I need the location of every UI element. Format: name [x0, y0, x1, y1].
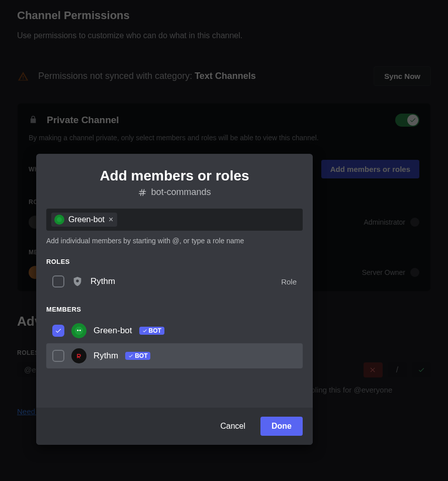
chip-remove-button[interactable]: × — [109, 215, 113, 224]
modal-members-label: MEMBERS — [46, 306, 303, 313]
shield-icon — [71, 275, 83, 287]
chip-avatar — [54, 215, 64, 225]
member-avatar — [71, 348, 86, 363]
bot-badge: BOT — [125, 352, 150, 360]
cancel-button[interactable]: Cancel — [212, 417, 253, 436]
done-button[interactable]: Done — [260, 417, 303, 436]
modal-roles-label: ROLES — [46, 258, 303, 265]
svg-point-2 — [75, 327, 83, 335]
svg-point-4 — [79, 330, 81, 331]
search-chip: Green-bot × — [51, 213, 117, 227]
member-checkbox[interactable] — [52, 350, 64, 362]
modal-overlay[interactable]: Add members or roles bot-commands Green-… — [0, 0, 448, 481]
search-hint: Add individual members by starting with … — [46, 237, 303, 245]
member-option-name: Rythm — [94, 351, 118, 361]
modal-title: Add members or roles — [46, 168, 303, 184]
role-checkbox[interactable] — [52, 275, 64, 287]
modal-footer: Cancel Done — [36, 408, 313, 445]
modal-channel: bot-commands — [46, 187, 303, 198]
chip-name: Green-bot — [68, 215, 105, 224]
bot-badge: BOT — [139, 327, 164, 335]
role-option-name: Rythm — [91, 276, 115, 286]
svg-point-5 — [75, 352, 83, 360]
member-avatar — [71, 323, 86, 338]
svg-point-1 — [76, 279, 79, 282]
member-option-name: Green-bot — [94, 326, 132, 336]
add-members-modal: Add members or roles bot-commands Green-… — [36, 154, 313, 445]
member-option-rythm[interactable]: Rythm BOT — [46, 343, 303, 368]
role-option-rythm[interactable]: Rythm Role — [46, 270, 303, 293]
svg-point-0 — [57, 217, 62, 222]
svg-point-3 — [77, 330, 78, 331]
member-search-input[interactable]: Green-bot × — [46, 209, 303, 231]
role-option-right: Role — [281, 277, 297, 286]
member-option-green-bot[interactable]: Green-bot BOT — [46, 318, 303, 343]
member-checkbox[interactable] — [52, 325, 64, 337]
hash-icon — [138, 188, 147, 197]
